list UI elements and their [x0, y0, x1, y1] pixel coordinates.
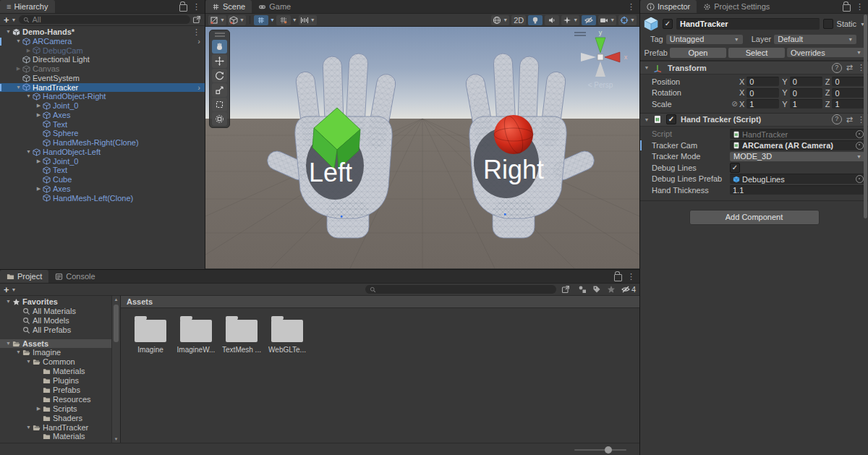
- gizmos-button[interactable]: ▼: [618, 15, 637, 25]
- tracker-mode-dropdown[interactable]: MODE_3D ▼: [730, 152, 865, 161]
- y-value-field[interactable]: 0: [790, 88, 822, 98]
- project-search-input[interactable]: [365, 285, 556, 294]
- x-value-field[interactable]: 1: [746, 99, 779, 109]
- expand-arrow[interactable]: ▼: [14, 348, 22, 357]
- hierarchy-row[interactable]: ▼ HandObject-Left: [0, 148, 205, 157]
- lighting-toggle-button[interactable]: [528, 15, 542, 25]
- layer-dropdown[interactable]: Default▼: [774, 35, 856, 44]
- kebab-menu-icon[interactable]: ⋮: [627, 273, 635, 281]
- audio-toggle-button[interactable]: [545, 15, 559, 25]
- hierarchy-row[interactable]: ▶ Joint_0: [0, 157, 205, 166]
- active-checkbox[interactable]: ✓: [663, 19, 673, 29]
- kebab-menu-icon[interactable]: ⋮: [627, 3, 635, 11]
- move-tool-button[interactable]: [212, 54, 227, 68]
- view-tool-button[interactable]: [212, 40, 227, 54]
- expand-arrow[interactable]: ▼: [25, 357, 33, 367]
- lock-icon[interactable]: [614, 274, 622, 281]
- create-asset-caret[interactable]: ▼: [12, 287, 17, 292]
- debug-lines-checkbox[interactable]: ✓: [730, 163, 740, 173]
- hierarchy-row[interactable]: ▼ Demo-Hands* ⋮: [0, 27, 205, 37]
- component-enabled-checkbox[interactable]: ✓: [666, 114, 676, 124]
- z-value-field[interactable]: 0: [832, 88, 865, 98]
- expand-arrow[interactable]: ▼: [14, 37, 22, 46]
- expand-arrow[interactable]: ▶: [35, 404, 43, 414]
- favorites-row[interactable]: All Materials: [0, 307, 120, 316]
- breadcrumb[interactable]: Assets: [121, 296, 639, 308]
- 2d-toggle-button[interactable]: 2D: [511, 15, 526, 25]
- expand-arrow[interactable]: ▶: [35, 101, 43, 111]
- x-value-field[interactable]: 0: [746, 88, 779, 98]
- row-end-icon[interactable]: ›: [197, 37, 205, 46]
- scale-tool-button[interactable]: [212, 83, 227, 97]
- kebab-menu-icon[interactable]: ⋮: [192, 3, 200, 11]
- grid-move-button[interactable]: [276, 15, 291, 25]
- tab-project[interactable]: Project: [0, 270, 48, 283]
- add-object-button[interactable]: +: [4, 15, 9, 25]
- hierarchy-row[interactable]: Text: [0, 166, 205, 175]
- rotate-tool-button[interactable]: [212, 69, 227, 82]
- x-value-field[interactable]: 0: [746, 77, 779, 86]
- hierarchy-search-input[interactable]: All: [19, 15, 190, 24]
- object-picker-icon[interactable]: [856, 130, 864, 138]
- filter-by-type-icon[interactable]: [578, 285, 587, 294]
- asset-folder-item[interactable]: WebGLTe...: [266, 314, 308, 354]
- favorites-star-icon[interactable]: [607, 285, 616, 294]
- constrain-proportions-icon[interactable]: ⊘: [730, 100, 739, 108]
- assets-tree-row[interactable]: Materials: [0, 367, 120, 376]
- asset-folder-item[interactable]: ImagineW...: [175, 314, 217, 354]
- tag-dropdown[interactable]: Untagged▼: [666, 35, 743, 44]
- favorites-row[interactable]: All Prefabs: [0, 326, 120, 335]
- thumbnail-size-slider[interactable]: [574, 449, 626, 451]
- prefab-overrides-dropdown[interactable]: Overrides▼: [787, 48, 865, 57]
- filter-by-label-icon[interactable]: [592, 285, 601, 294]
- expand-arrow[interactable]: ▶: [35, 111, 43, 120]
- tab-project-settings[interactable]: Project Settings: [697, 0, 776, 13]
- tab-game[interactable]: Game: [252, 0, 297, 13]
- project-tree-scrollbar[interactable]: ▲▼: [111, 296, 120, 443]
- assets-tree-row[interactable]: ▼ Common: [0, 357, 120, 367]
- expand-arrow[interactable]: ▼: [4, 339, 12, 349]
- hand-thickness-field[interactable]: 1.1: [730, 185, 865, 195]
- help-icon[interactable]: ?: [832, 63, 842, 73]
- transform-tool-button[interactable]: [212, 112, 227, 126]
- z-value-field[interactable]: 1: [832, 99, 865, 109]
- hidden-packages-toggle[interactable]: 4: [621, 285, 636, 294]
- favorites-row[interactable]: ▼ Favorites: [0, 297, 120, 307]
- assets-tree-row[interactable]: Shaders: [0, 414, 120, 423]
- expand-arrow[interactable]: ▼: [14, 83, 22, 93]
- assets-tree-row[interactable]: Materials: [0, 432, 120, 441]
- expand-arrow[interactable]: ▶: [25, 46, 33, 56]
- hierarchy-row[interactable]: ▶ DebugCam: [0, 46, 205, 56]
- tab-scene[interactable]: Scene: [205, 0, 252, 13]
- pick-window-icon[interactable]: [192, 15, 201, 24]
- assets-tree-row[interactable]: Plugins: [0, 376, 120, 386]
- expand-arrow[interactable]: ▼: [25, 92, 33, 101]
- lock-icon[interactable]: [179, 4, 187, 12]
- row-end-icon[interactable]: ⋮: [192, 27, 205, 37]
- debug-lines-prefab-field[interactable]: DebugLines: [730, 174, 865, 184]
- snap-increment-button[interactable]: ▼: [299, 15, 317, 25]
- prefab-open-button[interactable]: Open: [670, 48, 726, 58]
- assets-tree-row[interactable]: ▼ Assets: [0, 339, 120, 349]
- hierarchy-row[interactable]: ▼ ARCamera ›: [0, 37, 205, 46]
- tab-hierarchy[interactable]: ≡Hierarchy: [0, 0, 55, 13]
- asset-folder-item[interactable]: TextMesh ...: [221, 314, 263, 354]
- hierarchy-row[interactable]: Cube: [0, 175, 205, 184]
- gameobject-name-field[interactable]: HandTracker: [676, 18, 820, 30]
- hierarchy-row[interactable]: HandMesh-Left(Clone): [0, 194, 205, 203]
- assets-tree-row[interactable]: ▼ Imagine: [0, 348, 120, 357]
- script-object-field[interactable]: HandTracker: [730, 129, 865, 139]
- assets-tree-row[interactable]: Resources: [0, 395, 120, 404]
- grid-move-caret[interactable]: ▼: [292, 17, 297, 22]
- expand-arrow[interactable]: ▶: [14, 64, 22, 74]
- assets-tree-row[interactable]: Prefabs: [0, 386, 120, 395]
- expand-arrow[interactable]: ▼: [4, 27, 12, 37]
- transform-component-header[interactable]: ▼ Transform ? ⇄ ⋮: [640, 61, 868, 75]
- tracker-cam-object-field[interactable]: ARCamera (AR Camera): [730, 140, 865, 150]
- scene-visibility-button[interactable]: [582, 15, 596, 25]
- tab-console[interactable]: Console: [48, 270, 101, 283]
- assets-tree-row[interactable]: ▶ Scripts: [0, 404, 120, 414]
- object-picker-icon[interactable]: [856, 142, 864, 150]
- expand-arrow[interactable]: ▶: [35, 184, 43, 194]
- tab-inspector[interactable]: Inspector: [640, 0, 697, 13]
